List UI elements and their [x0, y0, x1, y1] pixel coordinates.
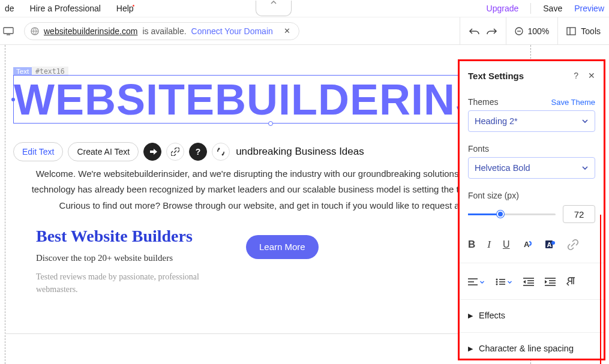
animation-icon[interactable]: [143, 143, 161, 161]
svg-text:A: A: [524, 240, 530, 249]
zoom-control[interactable]: 100%: [506, 17, 558, 44]
svg-text:A: A: [547, 241, 551, 248]
intro-paragraph-3[interactable]: Curious to find out more? Browse through…: [18, 198, 513, 213]
secondary-toolbar: websitebuilderinside.com is available. C…: [0, 17, 609, 45]
resize-handle-bottom[interactable]: [268, 121, 273, 126]
resize-handle-left[interactable]: [11, 98, 15, 101]
italic-button[interactable]: I: [487, 239, 491, 251]
notification-dot: •: [133, 2, 135, 9]
panel-help-icon[interactable]: ?: [574, 71, 578, 80]
menu-hire[interactable]: Hire a Professional: [30, 4, 101, 13]
highlight-color-icon[interactable]: A: [545, 239, 556, 250]
top-right-actions: Upgrade Save Preview: [487, 3, 604, 14]
divider: [530, 3, 531, 14]
save-button[interactable]: Save: [543, 4, 562, 13]
domain-availability: is available.: [142, 26, 186, 36]
learn-more-button[interactable]: Learn More: [246, 235, 319, 259]
link-format-icon[interactable]: [568, 239, 578, 250]
redo-icon[interactable]: [487, 27, 497, 35]
outdent-icon[interactable]: [523, 276, 534, 287]
indent-icon[interactable]: [545, 276, 556, 287]
svg-rect-0: [4, 28, 13, 34]
font-selected: Helvetica Bold: [475, 163, 530, 173]
help-icon[interactable]: ?: [189, 143, 207, 161]
svg-point-12: [551, 241, 555, 245]
spacing-section[interactable]: ▶ Character & line spacing: [468, 344, 595, 353]
chevron-down-icon: [479, 279, 485, 285]
svg-point-17: [496, 281, 498, 283]
effects-section[interactable]: ▶ Effects: [468, 311, 595, 320]
close-icon[interactable]: ✕: [284, 26, 290, 35]
expand-triangle-icon: ▶: [468, 345, 473, 353]
svg-point-7: [218, 148, 220, 150]
zoom-out-icon: [515, 27, 523, 35]
font-select[interactable]: Helvetica Bold: [468, 157, 595, 179]
alignment-row: [468, 276, 595, 287]
theme-select[interactable]: Heading 2*: [468, 110, 595, 132]
card-description: Tested reviews made by passionate, profe…: [36, 270, 222, 296]
chevron-up-icon: [270, 0, 277, 6]
page-body-content: Welcome. We're websitebuilderinsider, an…: [18, 166, 513, 296]
theme-selected: Heading 2*: [475, 116, 518, 126]
menu-mode[interactable]: de: [5, 4, 14, 13]
save-theme-link[interactable]: Save Theme: [551, 98, 595, 107]
globe-icon: [31, 27, 39, 35]
text-direction-icon[interactable]: [566, 276, 577, 287]
underline-button[interactable]: U: [503, 239, 510, 250]
text-color-icon[interactable]: A: [522, 239, 533, 250]
format-row: B I U A A: [468, 239, 595, 251]
domain-name: websitebuilderinside.com: [44, 26, 137, 36]
element-type-label: Text: [13, 67, 32, 76]
card-subtitle: Discover the top 20+ website builders: [36, 253, 222, 263]
list-button[interactable]: [496, 278, 512, 285]
chevron-down-icon: [581, 118, 589, 125]
svg-rect-5: [567, 28, 575, 35]
slider-thumb[interactable]: [497, 210, 504, 218]
themes-label: Themes: [468, 97, 499, 107]
text-settings-panel: Text Settings ? ✕ Themes Save Theme Head…: [458, 59, 605, 360]
chevron-down-icon: [581, 164, 589, 172]
settings-icon[interactable]: [212, 143, 230, 161]
guide-left: [5, 45, 7, 364]
intro-paragraph-1[interactable]: Welcome. We're websitebuilderinsider, an…: [18, 166, 513, 182]
zoom-value: 100%: [528, 26, 550, 36]
device-desktop-icon[interactable]: [0, 27, 17, 35]
feature-card[interactable]: Best Website Builders Discover the top 2…: [36, 227, 222, 296]
heading-tail-text: undbreaking Business Ideas: [236, 146, 364, 158]
menu-help[interactable]: Help•: [116, 4, 136, 13]
panel-close-icon[interactable]: ✕: [588, 71, 595, 80]
top-menu: de Hire a Professional Help•: [5, 4, 136, 13]
edit-text-button[interactable]: Edit Text: [13, 142, 63, 161]
heading-text[interactable]: WEBSITEBUILDERINSIDER: [14, 78, 527, 122]
domain-pill: websitebuilderinside.com is available. C…: [24, 22, 299, 40]
fonts-label: Fonts: [468, 144, 595, 154]
fontsize-slider[interactable]: [468, 213, 556, 215]
upgrade-link[interactable]: Upgrade: [487, 4, 519, 13]
chevron-down-icon: [507, 279, 512, 285]
undo-redo-group: [460, 17, 506, 44]
link-icon[interactable]: [166, 143, 184, 161]
editor-canvas[interactable]: Text #text16 WEBSITEBUILDERINSIDER Edit …: [0, 45, 609, 364]
bold-button[interactable]: B: [468, 239, 475, 251]
card-title: Best Website Builders: [36, 227, 222, 246]
connect-domain-link[interactable]: Connect Your Domain: [191, 26, 273, 36]
expand-triangle-icon: ▶: [468, 312, 473, 320]
selected-text-element[interactable]: WEBSITEBUILDERINSIDER: [13, 75, 528, 124]
top-menu-bar: de Hire a Professional Help• Upgrade Sav…: [0, 0, 609, 17]
svg-point-18: [496, 284, 498, 285]
layout-icon: [566, 27, 576, 35]
collapse-tab[interactable]: [256, 1, 292, 16]
create-ai-text-button[interactable]: Create AI Text: [68, 142, 139, 161]
svg-point-8: [222, 154, 224, 156]
panel-title: Text Settings: [468, 71, 524, 81]
undo-icon[interactable]: [469, 27, 479, 35]
element-toolbar: Edit Text Create AI Text ? undbreaking B…: [13, 142, 364, 161]
fontsize-label: Font size (px): [468, 191, 595, 200]
tools-menu[interactable]: Tools: [557, 17, 609, 44]
preview-button[interactable]: Preview: [574, 4, 604, 13]
intro-paragraph-2[interactable]: technology has already been recognized b…: [18, 182, 513, 197]
svg-point-16: [496, 279, 498, 281]
align-button[interactable]: [468, 278, 485, 285]
annotation-arrow: [600, 215, 601, 364]
fontsize-input[interactable]: 72: [563, 205, 595, 223]
